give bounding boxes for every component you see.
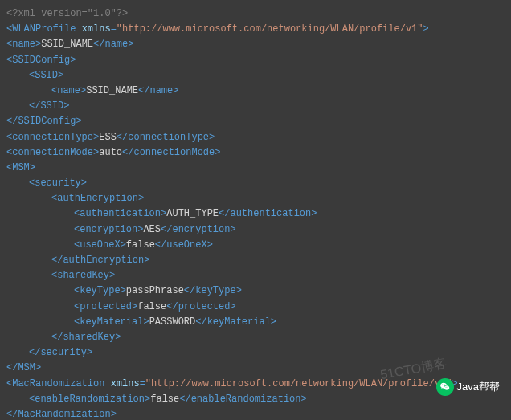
encryption: <encryption>AES</encryption> xyxy=(6,222,505,238)
enablerandomization: <enableRandomization>false</enableRandom… xyxy=(6,392,505,407)
msm-close: </MSM> xyxy=(6,361,505,376)
authencryption-open: <authEncryption> xyxy=(6,191,505,206)
ssid-name: <name>SSID_NAME</name> xyxy=(6,84,505,99)
authencryption-close: </authEncryption> xyxy=(6,253,505,268)
ssid-close: </SSID> xyxy=(6,99,505,114)
security-open: <security> xyxy=(6,176,505,191)
connectiontype: <connectionType>ESS</connectionType> xyxy=(6,130,505,145)
sharedkey-open: <sharedKey> xyxy=(6,268,505,283)
ssidconfig-open: <SSIDConfig> xyxy=(6,53,505,68)
ssidconfig-close: </SSIDConfig> xyxy=(6,114,505,129)
msm-open: <MSM> xyxy=(6,161,505,176)
ssid-open: <SSID> xyxy=(6,68,505,84)
name-element: <name>SSID_NAME</name> xyxy=(6,37,505,52)
macrandomization-open: <MacRandomization xmlns="http://www.micr… xyxy=(6,377,505,392)
protected: <protected>false</protected> xyxy=(6,300,505,315)
wlanprofile-open: <WLANProfile xmlns="http://www.microsoft… xyxy=(6,22,505,37)
macrandomization-close: </MacRandomization> xyxy=(6,407,505,420)
sharedkey-close: </sharedKey> xyxy=(6,330,505,345)
connectionmode: <connectionMode>auto</connectionMode> xyxy=(6,145,505,161)
code-block: <?xml version="1.0"?> <WLANProfile xmlns… xyxy=(6,6,505,420)
keymaterial: <keyMaterial>PASSWORD</keyMaterial> xyxy=(6,315,505,330)
authentication: <authentication>AUTH_TYPE</authenticatio… xyxy=(6,206,505,222)
keytype: <keyType>passPhrase</keyType> xyxy=(6,283,505,299)
wechat-badge: Java帮帮 xyxy=(436,378,500,396)
useonex: <useOneX>false</useOneX> xyxy=(6,238,505,253)
security-close: </security> xyxy=(6,345,505,361)
xml-declaration: <?xml version="1.0"?> xyxy=(6,6,505,22)
wechat-icon xyxy=(436,378,454,396)
badge-label: Java帮帮 xyxy=(457,379,500,396)
